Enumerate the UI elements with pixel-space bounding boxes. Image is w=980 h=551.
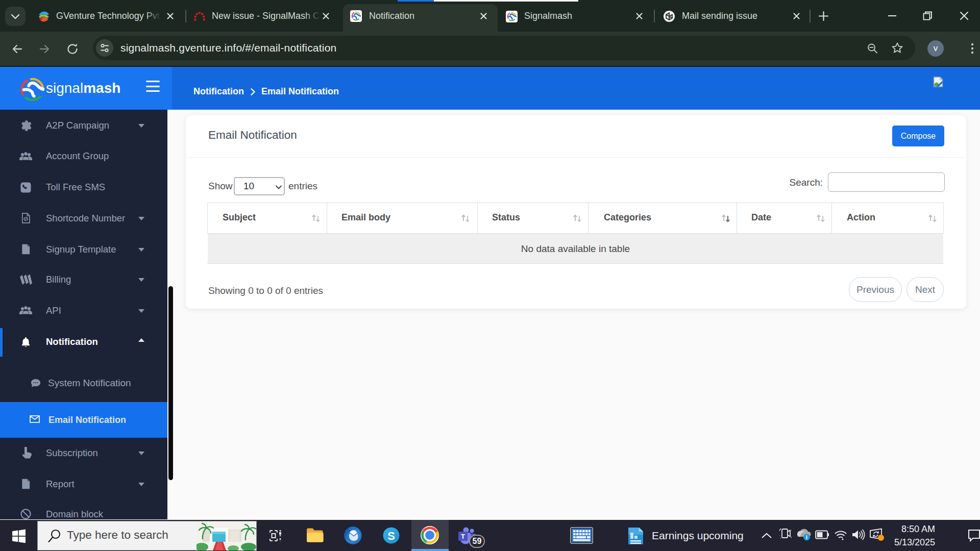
svg-text:S: S [387, 530, 395, 542]
svg-text:T: T [461, 533, 465, 540]
